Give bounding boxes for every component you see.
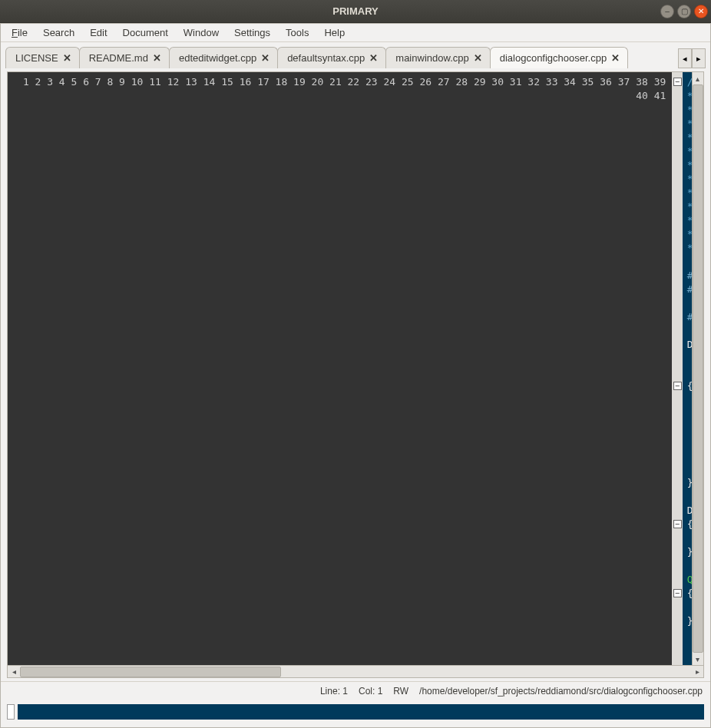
close-icon[interactable]: ✕ — [261, 53, 270, 63]
tab-label: dialogconfigchooser.cpp — [500, 52, 607, 64]
fold-column[interactable]: −−−− — [672, 72, 682, 665]
menu-document[interactable]: Document — [117, 25, 174, 40]
tab-label: mainwindow.cpp — [395, 52, 468, 64]
tab-edteditwidget-cpp[interactable]: edteditwidget.cpp✕ — [169, 47, 278, 68]
close-icon[interactable]: ✕ — [63, 53, 71, 63]
status-path: /home/developer/sf_projects/reddiamond/s… — [419, 686, 703, 697]
tab-label: defaultsyntax.cpp — [287, 52, 365, 64]
menu-file[interactable]: File — [5, 25, 34, 40]
tab-license[interactable]: LICENSE✕ — [5, 47, 80, 68]
menu-settings[interactable]: Settings — [228, 25, 276, 40]
window-title: PRIMARY — [332, 5, 378, 17]
tab-label: README.md — [89, 52, 148, 64]
status-col: Col: 1 — [359, 686, 382, 697]
titlebar: PRIMARY – ▢ ✕ — [0, 0, 711, 23]
vertical-scrollbar[interactable]: ▴ ▾ — [692, 72, 703, 665]
menu-edit[interactable]: Edit — [84, 25, 113, 40]
status-mode: RW — [393, 686, 408, 697]
tab-mainwindow-cpp[interactable]: mainwindow.cpp✕ — [385, 47, 490, 68]
menu-tools[interactable]: Tools — [279, 25, 315, 40]
maximize-button[interactable]: ▢ — [677, 5, 691, 18]
command-strip[interactable] — [18, 704, 704, 720]
tab-dialogconfigchooser-cpp[interactable]: dialogconfigchooser.cpp✕ — [490, 47, 629, 68]
tab-defaultsyntax-cpp[interactable]: defaultsyntax.cpp✕ — [277, 47, 386, 68]
close-icon[interactable]: ✕ — [369, 53, 378, 63]
close-icon[interactable]: ✕ — [153, 53, 161, 63]
tab-readme-md[interactable]: README.md✕ — [79, 47, 170, 68]
minimize-button[interactable]: – — [660, 5, 674, 18]
fold-toggle-icon[interactable]: − — [673, 520, 682, 528]
menu-window[interactable]: Window — [177, 25, 225, 40]
status-line: Line: 1 — [320, 686, 348, 697]
app-body: File Search Edit Document Window Setting… — [0, 23, 711, 728]
fold-toggle-icon[interactable]: − — [673, 78, 682, 86]
window-controls: – ▢ ✕ — [660, 5, 708, 18]
command-bar[interactable] — [7, 703, 704, 721]
menubar: File Search Edit Document Window Setting… — [1, 24, 710, 42]
fold-toggle-icon[interactable]: − — [673, 382, 682, 390]
command-cursor — [7, 704, 15, 720]
scroll-down-icon[interactable]: ▾ — [693, 653, 703, 665]
close-icon[interactable]: ✕ — [474, 53, 482, 63]
scroll-up-icon[interactable]: ▴ — [693, 72, 703, 84]
scroll-right-icon[interactable]: ▸ — [691, 667, 703, 677]
tab-label: edteditwidget.cpp — [179, 52, 256, 64]
tab-scroll-right[interactable]: ▸ — [692, 48, 706, 68]
code-view[interactable]: /***************************************… — [683, 72, 692, 665]
scroll-left-icon[interactable]: ◂ — [8, 667, 20, 677]
tab-scroll-left[interactable]: ◂ — [678, 48, 692, 68]
horizontal-scrollbar[interactable]: ◂ ▸ — [8, 665, 703, 677]
close-icon[interactable]: ✕ — [611, 53, 620, 63]
close-button[interactable]: ✕ — [694, 5, 708, 18]
fold-toggle-icon[interactable]: − — [673, 589, 682, 597]
tabbar: LICENSE✕README.md✕edteditwidget.cpp✕defa… — [1, 42, 710, 68]
menu-help[interactable]: Help — [318, 25, 351, 40]
line-gutter: 1 2 3 4 5 6 7 8 9 10 11 12 13 14 15 16 1… — [8, 72, 672, 665]
menu-search[interactable]: Search — [37, 25, 81, 40]
tab-label: LICENSE — [15, 52, 58, 64]
statusbar: Line: 1 Col: 1 RW /home/developer/sf_pro… — [1, 681, 710, 700]
tab-nav: ◂ ▸ — [678, 48, 706, 68]
editor: 1 2 3 4 5 6 7 8 9 10 11 12 13 14 15 16 1… — [7, 71, 704, 678]
